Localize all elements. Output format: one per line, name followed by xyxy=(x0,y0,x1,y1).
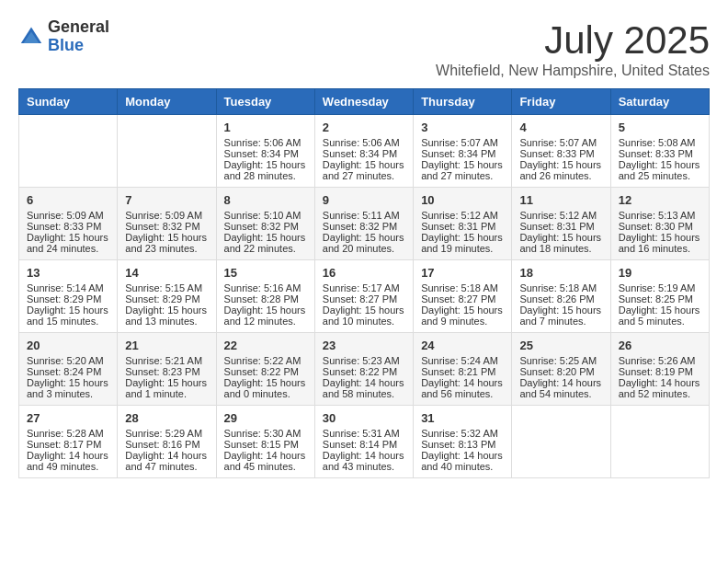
day-info-line: Daylight: 15 hours xyxy=(125,304,208,316)
calendar-header: SundayMondayTuesdayWednesdayThursdayFrid… xyxy=(19,89,710,115)
day-info-line: Daylight: 15 hours xyxy=(27,377,109,388)
day-info-line: Sunset: 8:34 PM xyxy=(421,148,504,159)
day-number: 23 xyxy=(323,339,405,352)
day-info-line: Sunset: 8:16 PM xyxy=(125,439,208,450)
day-info-line: Daylight: 15 hours xyxy=(27,304,109,316)
day-info-line: Sunrise: 5:17 AM xyxy=(323,282,405,293)
day-info-line: Sunset: 8:22 PM xyxy=(224,366,307,377)
calendar-cell: 31Sunrise: 5:32 AMSunset: 8:13 PMDayligh… xyxy=(414,406,512,478)
calendar-cell: 19Sunrise: 5:19 AMSunset: 8:25 PMDayligh… xyxy=(610,260,709,333)
logo-icon xyxy=(18,24,44,50)
day-info-line: Sunrise: 5:07 AM xyxy=(519,137,602,148)
day-info-line: Sunset: 8:32 PM xyxy=(323,221,405,232)
logo-text: General Blue xyxy=(48,18,109,55)
calendar-cell: 4Sunrise: 5:07 AMSunset: 8:33 PMDaylight… xyxy=(512,115,610,188)
day-info-line: Sunset: 8:13 PM xyxy=(421,439,504,450)
day-info-line: Sunset: 8:24 PM xyxy=(27,366,109,377)
day-info-line: Daylight: 15 hours xyxy=(323,232,405,243)
calendar-cell xyxy=(512,406,610,478)
day-info-line: Sunrise: 5:32 AM xyxy=(421,428,504,439)
day-number: 22 xyxy=(224,339,307,352)
day-number: 26 xyxy=(619,339,701,352)
day-info-line: Sunset: 8:26 PM xyxy=(519,293,602,304)
day-info-line: Sunrise: 5:14 AM xyxy=(27,282,109,293)
day-info-line: and 7 minutes. xyxy=(519,316,602,327)
calendar-cell: 11Sunrise: 5:12 AMSunset: 8:31 PMDayligh… xyxy=(512,188,610,260)
day-info-line: and 9 minutes. xyxy=(421,316,504,327)
header-cell-sunday: Sunday xyxy=(19,89,118,115)
day-info-line: and 12 minutes. xyxy=(224,316,307,327)
week-row-3: 13Sunrise: 5:14 AMSunset: 8:29 PMDayligh… xyxy=(19,260,710,333)
day-number: 27 xyxy=(27,411,109,425)
day-info-line: Sunset: 8:34 PM xyxy=(323,148,405,159)
day-info-line: Daylight: 14 hours xyxy=(619,377,701,388)
day-info-line: Sunset: 8:34 PM xyxy=(224,148,307,159)
calendar-cell: 14Sunrise: 5:15 AMSunset: 8:29 PMDayligh… xyxy=(118,260,216,333)
day-info-line: and 25 minutes. xyxy=(619,170,701,181)
day-info-line: and 5 minutes. xyxy=(619,316,701,327)
day-number: 17 xyxy=(421,266,504,280)
day-number: 29 xyxy=(224,411,307,425)
day-info-line: Daylight: 14 hours xyxy=(125,450,208,461)
day-info-line: Daylight: 15 hours xyxy=(125,377,208,388)
day-number: 30 xyxy=(323,411,405,425)
day-info-line: and 54 minutes. xyxy=(519,388,602,399)
calendar-body: 1Sunrise: 5:06 AMSunset: 8:34 PMDaylight… xyxy=(19,115,710,478)
header-cell-saturday: Saturday xyxy=(610,89,709,115)
day-info-line: Daylight: 14 hours xyxy=(519,377,602,388)
calendar-table: SundayMondayTuesdayWednesdayThursdayFrid… xyxy=(18,88,710,478)
day-info-line: Sunset: 8:33 PM xyxy=(27,221,109,232)
logo-blue: Blue xyxy=(48,37,109,55)
day-info-line: Sunrise: 5:19 AM xyxy=(619,282,701,293)
day-info-line: Sunset: 8:30 PM xyxy=(619,221,701,232)
day-info-line: Daylight: 15 hours xyxy=(323,159,405,170)
day-info-line: and 22 minutes. xyxy=(224,243,307,254)
day-info-line: and 13 minutes. xyxy=(125,316,208,327)
day-info-line: Daylight: 15 hours xyxy=(125,232,208,243)
calendar-cell: 26Sunrise: 5:26 AMSunset: 8:19 PMDayligh… xyxy=(610,333,709,406)
day-number: 13 xyxy=(27,266,109,280)
day-info-line: Sunrise: 5:06 AM xyxy=(323,137,405,148)
day-number: 9 xyxy=(323,193,405,207)
week-row-2: 6Sunrise: 5:09 AMSunset: 8:33 PMDaylight… xyxy=(19,188,710,260)
day-info-line: Sunrise: 5:09 AM xyxy=(125,210,208,221)
day-info-line: Sunset: 8:32 PM xyxy=(224,221,307,232)
calendar-cell: 23Sunrise: 5:23 AMSunset: 8:22 PMDayligh… xyxy=(314,333,413,406)
day-info-line: and 27 minutes. xyxy=(421,170,504,181)
day-number: 7 xyxy=(125,193,208,207)
day-info-line: Daylight: 15 hours xyxy=(619,232,701,243)
day-info-line: Sunrise: 5:06 AM xyxy=(224,137,307,148)
day-number: 18 xyxy=(519,266,602,280)
day-info-line: Sunset: 8:27 PM xyxy=(421,293,504,304)
day-info-line: and 20 minutes. xyxy=(323,243,405,254)
calendar-cell: 9Sunrise: 5:11 AMSunset: 8:32 PMDaylight… xyxy=(314,188,413,260)
day-info-line: Sunset: 8:33 PM xyxy=(619,148,701,159)
header-row: SundayMondayTuesdayWednesdayThursdayFrid… xyxy=(19,89,710,115)
day-number: 25 xyxy=(519,339,602,352)
day-info-line: Sunrise: 5:18 AM xyxy=(421,282,504,293)
day-number: 20 xyxy=(27,339,109,352)
day-number: 21 xyxy=(125,339,208,352)
header-cell-friday: Friday xyxy=(512,89,610,115)
day-info-line: Daylight: 14 hours xyxy=(421,377,504,388)
day-info-line: and 27 minutes. xyxy=(323,170,405,181)
day-info-line: Sunset: 8:25 PM xyxy=(619,293,701,304)
day-number: 1 xyxy=(224,121,307,134)
header-cell-thursday: Thursday xyxy=(414,89,512,115)
calendar-cell xyxy=(19,115,118,188)
day-info-line: and 24 minutes. xyxy=(27,243,109,254)
day-info-line: Sunrise: 5:16 AM xyxy=(224,282,307,293)
calendar-cell: 2Sunrise: 5:06 AMSunset: 8:34 PMDaylight… xyxy=(314,115,413,188)
calendar-cell: 18Sunrise: 5:18 AMSunset: 8:26 PMDayligh… xyxy=(512,260,610,333)
day-info-line: Sunrise: 5:08 AM xyxy=(619,137,701,148)
day-info-line: Daylight: 15 hours xyxy=(519,232,602,243)
day-info-line: Daylight: 15 hours xyxy=(519,304,602,316)
day-info-line: and 1 minute. xyxy=(125,388,208,399)
day-info-line: Daylight: 15 hours xyxy=(323,304,405,316)
day-info-line: Sunrise: 5:10 AM xyxy=(224,210,307,221)
header-cell-wednesday: Wednesday xyxy=(314,89,413,115)
day-number: 11 xyxy=(519,193,602,207)
day-info-line: Sunset: 8:20 PM xyxy=(519,366,602,377)
day-info-line: Daylight: 15 hours xyxy=(421,232,504,243)
calendar-cell: 6Sunrise: 5:09 AMSunset: 8:33 PMDaylight… xyxy=(19,188,118,260)
